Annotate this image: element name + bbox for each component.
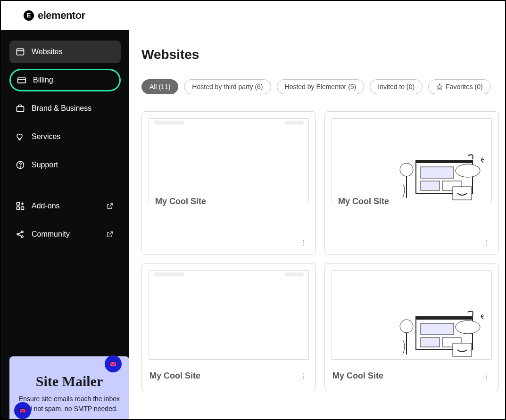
promo-title: Site Mailer [18,373,121,389]
main-content: Websites All (11) Hosted by third party … [129,30,505,420]
sidebar-item-addons[interactable]: Add-ons [9,195,121,217]
svg-rect-39 [416,317,473,320]
storefront-illustration-icon [397,303,491,359]
card-menu-button[interactable] [481,371,491,381]
heart-hands-icon [16,132,25,141]
nav-divider [9,186,121,186]
svg-point-45 [400,320,413,333]
card-icon [17,75,26,85]
svg-point-12 [17,233,19,235]
sidebar-item-billing[interactable]: Billing [9,69,121,91]
svg-point-32 [486,240,487,241]
filter-bar: All (11) Hosted by third party (6) Hoste… [141,79,497,94]
svg-point-14 [21,236,23,238]
sidebar-item-brand-business[interactable]: Brand & Business [9,97,121,120]
svg-rect-2 [18,78,26,83]
svg-point-30 [400,163,413,176]
website-card[interactable]: My Cool Site [141,111,316,255]
card-preview [332,270,492,360]
sidebar-item-label: Support [32,161,58,169]
sidebar-item-support[interactable]: Support [9,154,121,176]
website-grid: My Cool Site [141,111,497,391]
sidebar-item-label: Services [32,132,60,141]
svg-rect-24 [416,160,473,163]
website-card[interactable]: My Cool Site [324,263,499,391]
filter-chip-invited[interactable]: Invited to (0) [370,79,423,94]
svg-rect-25 [421,167,454,178]
svg-rect-7 [17,203,20,206]
card-menu-button[interactable] [299,238,308,247]
card-title: My Cool Site [142,197,315,206]
svg-rect-18 [19,409,26,413]
svg-point-13 [21,231,23,233]
filter-chip-elementor[interactable]: Hosted by Elementor (5) [277,79,365,94]
filter-chip-label: Favorites (0) [446,83,483,91]
svg-line-16 [19,235,22,236]
card-menu-button[interactable] [299,371,308,381]
external-link-icon [105,230,115,239]
svg-point-36 [303,375,304,376]
svg-point-20 [303,240,304,241]
website-card[interactable]: My Cool Site [324,111,499,255]
sidebar-item-services[interactable]: Services [9,125,121,148]
sidebar-item-label: Brand & Business [32,104,91,113]
share-nodes-icon [16,230,25,239]
card-menu-button[interactable] [481,238,491,247]
sidebar: Websites Billing Brand & Business Servic… [1,30,129,420]
svg-point-22 [303,245,304,246]
app-header: E elementor [1,1,505,30]
star-icon [436,83,443,90]
card-preview [149,118,309,203]
external-link-icon [105,201,115,211]
logo-text: elementor [38,9,85,22]
svg-rect-40 [421,323,454,335]
mail-icon [14,402,31,419]
secondary-nav: Add-ons Community [1,195,129,251]
page-title: Websites [141,47,497,62]
briefcase-icon [16,104,25,113]
storefront-illustration-icon [397,146,491,203]
svg-point-21 [303,242,304,243]
sidebar-item-label: Billing [33,76,53,84]
sidebar-item-websites[interactable]: Websites [9,41,121,63]
svg-rect-0 [17,49,24,55]
svg-point-33 [486,242,487,243]
website-card[interactable]: My Cool Site [141,263,316,391]
mail-icon [105,355,122,372]
filter-chip-favorites[interactable]: Favorites (0) [428,79,491,94]
brand-logo[interactable]: E elementor [24,9,85,22]
svg-line-15 [19,232,22,234]
svg-point-34 [486,245,487,246]
svg-point-44 [456,321,480,334]
svg-rect-26 [421,181,440,190]
svg-point-37 [303,378,304,379]
logo-mark-icon: E [24,10,34,21]
grid-plus-icon [16,201,25,211]
svg-point-6 [20,167,20,167]
svg-rect-4 [17,107,24,112]
sidebar-item-label: Add-ons [32,202,60,210]
svg-point-48 [486,375,487,376]
svg-rect-41 [421,338,440,347]
sidebar-item-community[interactable]: Community [9,223,121,246]
primary-nav: Websites Billing Brand & Business Servic… [1,41,129,182]
filter-chip-third-party[interactable]: Hosted by third party (6) [184,79,271,94]
sidebar-item-label: Websites [32,48,63,56]
window-icon [16,47,25,57]
svg-rect-8 [17,207,20,210]
svg-point-49 [486,378,487,379]
svg-point-35 [303,373,304,374]
svg-rect-43 [453,343,472,356]
promo-text: Ensure site emails reach the inbox and n… [18,394,121,413]
help-icon [16,160,25,170]
svg-point-29 [456,164,480,177]
sidebar-item-label: Community [32,230,70,239]
svg-rect-17 [110,362,116,366]
promo-card[interactable]: Site Mailer Ensure site emails reach the… [9,356,129,420]
svg-rect-9 [21,207,24,210]
filter-chip-all[interactable]: All (11) [141,79,178,94]
card-title: My Cool Site [332,371,383,381]
card-title: My Cool Site [325,197,498,206]
svg-marker-19 [437,84,442,90]
svg-point-47 [486,373,487,374]
